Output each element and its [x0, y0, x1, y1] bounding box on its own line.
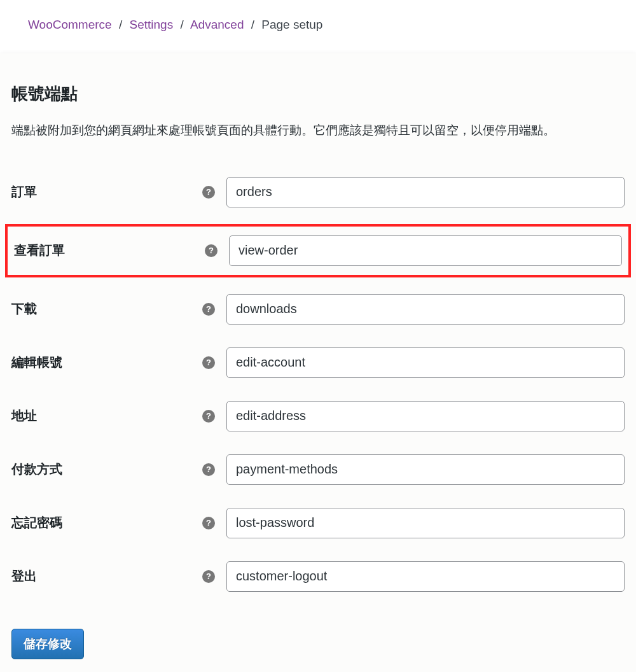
field-label: 訂單 — [11, 183, 202, 200]
breadcrumb-advanced[interactable]: Advanced — [190, 18, 244, 31]
customer-logout-input[interactable] — [226, 561, 625, 592]
help-icon[interactable]: ? — [202, 517, 215, 529]
field-row-edit-account: 編輯帳號 ? — [11, 336, 625, 389]
breadcrumb-settings[interactable]: Settings — [129, 18, 173, 31]
field-label: 編輯帳號 — [11, 354, 202, 371]
breadcrumb-separator: / — [251, 18, 254, 31]
field-row-edit-address: 地址 ? — [11, 389, 625, 443]
field-row-downloads: 下載 ? — [11, 283, 625, 336]
section-description: 端點被附加到您的網頁網址來處理帳號頁面的具體行動。它們應該是獨特且可以留空，以便… — [11, 122, 625, 140]
help-icon[interactable]: ? — [205, 244, 218, 257]
breadcrumb: WooCommerce / Settings / Advanced / Page… — [0, 0, 636, 53]
downloads-input[interactable] — [226, 294, 625, 325]
section-title: 帳號端點 — [11, 83, 625, 105]
field-row-view-order: 查看訂單 ? — [5, 224, 631, 277]
settings-panel: 帳號端點 端點被附加到您的網頁網址來處理帳號頁面的具體行動。它們應該是獨特且可以… — [0, 53, 636, 672]
orders-input[interactable] — [226, 177, 625, 207]
help-icon[interactable]: ? — [202, 356, 215, 369]
edit-address-input[interactable] — [226, 401, 625, 431]
breadcrumb-woocommerce[interactable]: WooCommerce — [28, 18, 112, 31]
field-row-lost-password: 忘記密碼 ? — [11, 496, 625, 550]
field-label: 忘記密碼 — [11, 514, 202, 531]
field-row-payment-methods: 付款方式 ? — [11, 443, 625, 496]
help-icon[interactable]: ? — [202, 570, 215, 583]
field-label: 下載 — [11, 300, 202, 318]
help-icon[interactable]: ? — [202, 186, 215, 199]
field-row-orders: 訂單 ? — [11, 165, 625, 219]
save-button[interactable]: 儲存修改 — [11, 629, 84, 659]
breadcrumb-separator: / — [180, 18, 183, 31]
field-label: 登出 — [11, 568, 202, 585]
field-row-customer-logout: 登出 ? — [11, 550, 625, 603]
field-label: 付款方式 — [11, 461, 202, 478]
lost-password-input[interactable] — [226, 508, 625, 538]
breadcrumb-current: Page setup — [261, 18, 322, 31]
breadcrumb-separator: / — [119, 18, 122, 31]
payment-methods-input[interactable] — [226, 454, 625, 485]
field-label: 查看訂單 — [14, 242, 205, 259]
help-icon[interactable]: ? — [202, 303, 215, 316]
edit-account-input[interactable] — [226, 347, 625, 378]
field-label: 地址 — [11, 407, 202, 424]
view-order-input[interactable] — [229, 235, 622, 266]
help-icon[interactable]: ? — [202, 463, 215, 476]
help-icon[interactable]: ? — [202, 410, 215, 423]
